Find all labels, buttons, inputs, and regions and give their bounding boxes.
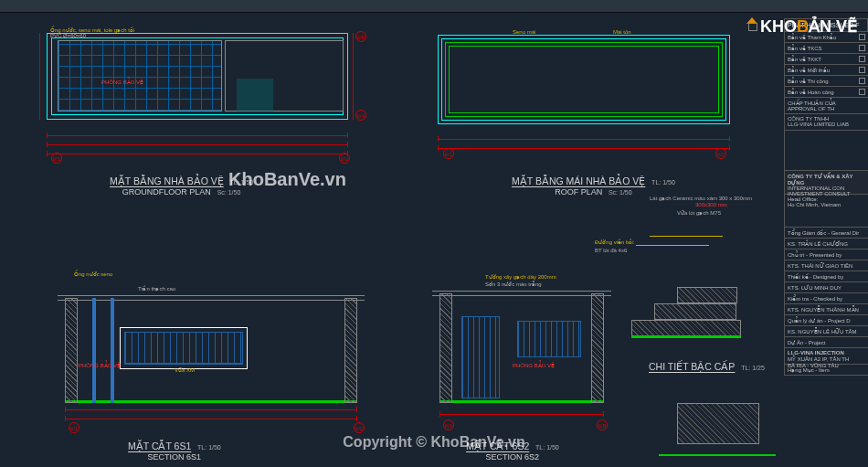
drawing-note: Vữa XM [175, 366, 195, 373]
pillar [111, 298, 114, 403]
house-icon [744, 17, 760, 30]
section-window [517, 321, 581, 357]
checkbox-icon [859, 45, 865, 51]
titleblock-row: Dự Án - Project [784, 337, 868, 348]
leader-line [636, 245, 709, 246]
title-vn: CHI TIẾT BẬC CẤP [649, 361, 735, 372]
title-vn: MẶT BẰNG MÁI NHÀ BẢO VỆ [512, 175, 645, 186]
drawing-note: Đường viền bồi [595, 239, 634, 245]
axis-marker: 6/2 [354, 422, 365, 433]
section-6s1: 6/1 6/2 PHÒNG BẢO VỆ Trần thạch cao Ống … [27, 270, 393, 439]
drawing-title: CHI TIẾT BẬC CẤP TL: 1/25 [649, 361, 765, 372]
axis-marker: 6/A [443, 419, 454, 430]
titleblock-row: Hạng Mục - Item [784, 365, 868, 376]
ground-line [439, 400, 604, 403]
bottom-watermark: Copyright © KhoBanVe.vn [0, 434, 868, 451]
titleblock-row: Bản vẽ Hoàn công [784, 87, 868, 98]
titleblock-row: KTS. NGUYỄN THÀNH MẪN [784, 304, 868, 315]
step-detail: Lát gạch Ceramic màu xám 300 x 300mm 300… [594, 194, 777, 358]
logo-text-mid: B [797, 17, 809, 36]
top-toolbar[interactable] [0, 0, 868, 13]
dimension-line [438, 148, 730, 149]
roof-line [432, 291, 611, 296]
dimension-line [353, 33, 354, 120]
drawing-label: PHÒNG BẢO VỆ [513, 362, 555, 368]
step-tread [654, 303, 736, 320]
checkbox-icon [859, 34, 865, 40]
roof-plan: 6/1 6/2 Seno mái Mái tôn [429, 23, 740, 165]
titleblock-row: Tổng Giám đốc - General Dir [784, 228, 868, 239]
drawing-note: Ống nước, seno mái, tole gạch tối [50, 27, 134, 33]
drawing-note: BT lót đá 4x6 [595, 248, 627, 253]
titleblock-row: Kiểm tra - Checked by [784, 293, 868, 304]
ground-line [659, 454, 776, 456]
titleblock-row: Bản vẽ TKCS [784, 43, 868, 54]
section-building [439, 293, 604, 403]
dimension-line [439, 414, 604, 415]
titleblock-row: Chủ trì - Presented by [784, 249, 868, 260]
drawing-note: Mái tôn [613, 29, 631, 35]
title-en: SECTION 6S2 [486, 452, 540, 462]
titleblock-row: Bản vẽ Mời thầu [784, 65, 868, 76]
checkbox-icon [859, 89, 865, 95]
floor-tile-grid [58, 40, 222, 111]
dimension-line [47, 154, 348, 154]
title-block: PHÁT HÀNH / ISSUED F Bản vẽ Tham KhảoBản… [784, 18, 868, 457]
ground-line [65, 400, 357, 403]
axis-marker: 6/B [597, 419, 608, 430]
step-section [631, 263, 741, 336]
axis-marker: 6/1 [69, 422, 79, 433]
section-window [120, 327, 248, 369]
titleblock-row: KTS. LƯU MINH DUY [784, 282, 868, 293]
logo-text-suffix: ẢN VẼ [809, 17, 857, 36]
drawing-label: PHÒNG BẢO VỆ [79, 362, 121, 368]
section-door [461, 316, 500, 398]
titleblock-row: Bản vẽ TKKT [784, 54, 868, 65]
titleblock-row: CÔNG TY TNHH LLG-VINA LIMITED LIAB [784, 114, 868, 131]
titleblock-row: KS. NGUYỄN LÊ HỮU TÂM [784, 326, 868, 337]
ground-line [631, 335, 741, 338]
roof-inner-line [445, 42, 723, 117]
titleblock-row: CHẤP THUẬN CỦA APPROVAL OF TH [784, 98, 868, 114]
company2-vn: CÔNG TY TƯ VẤN & XÂY DỰNG [788, 174, 852, 186]
titleblock-spacer [784, 131, 868, 171]
title-scale: TL: 1/50 [651, 179, 675, 186]
window-mullions [124, 332, 243, 365]
titleblock-row: CÔNG TY TƯ VẤN & XÂY DỰNG INTERNATIONAL … [784, 171, 868, 195]
center-watermark: KhoBanVe.vn [228, 169, 346, 190]
khobanve-logo: KHOBẢN VẼ [744, 16, 857, 37]
step-tread [677, 287, 737, 303]
drawing-note: Trần thạch cao [138, 285, 175, 292]
titleblock-address: Head Office:Ho Chi Minh, Vietnam [784, 195, 868, 228]
title-vn: MẶT BẰNG NHÀ BẢO VỆ [110, 175, 224, 186]
drawing-note: Tường xây gạch dày 200mm [485, 273, 556, 280]
dimension-line [47, 144, 348, 145]
wall-hatch [344, 298, 357, 403]
axis-marker: 6/2 [339, 153, 350, 164]
hatch [237, 79, 273, 111]
ground-floor-plan: 6/1 6/2 6/B 6/A Ống nước, seno mái, tole… [37, 23, 356, 160]
dimension-line [65, 419, 357, 419]
pillar [92, 298, 96, 403]
titleblock-row: KS. TRẦN LÊ CHƯƠNG [784, 239, 868, 249]
drawing-note: Sơn 3 nước màu trắng [485, 281, 542, 287]
drawing-note: Seno mái [513, 29, 535, 35]
approval-label-en: APPROVAL OF TH [788, 106, 834, 111]
checkbox-icon [859, 78, 865, 84]
axis-marker: 6/2 [715, 148, 726, 159]
titleblock-row: KTS. THÁI NỮ GIAO TIÊN [784, 260, 868, 271]
company-name-en: LLG-VINA LIMITED LIAB [788, 122, 849, 127]
dimension-line [65, 409, 357, 410]
drawing-note: Ống nước seno [74, 271, 112, 277]
axis-marker: 6/A [355, 110, 366, 121]
titleblock-row: LLG-VINA INJECTION MỸ XUÂN A2 IP, TÂN TH… [784, 348, 868, 365]
logo-text-prefix: KHO [760, 17, 797, 36]
drawing-note: Lát gạch Ceramic màu xám 300 x 300mm [650, 195, 752, 201]
title-scale: TL: 1/25 [741, 365, 765, 371]
leader-line [650, 236, 723, 237]
dimension-line [39, 33, 40, 120]
checkbox-icon [859, 56, 865, 62]
titleblock-row: Quản lý dự án - Project D [784, 315, 868, 326]
drawing-label: PHÒNG BẢO VỆ [101, 79, 143, 85]
cad-canvas[interactable]: 6/1 6/2 6/B 6/A Ống nước, seno mái, tole… [0, 0, 868, 467]
